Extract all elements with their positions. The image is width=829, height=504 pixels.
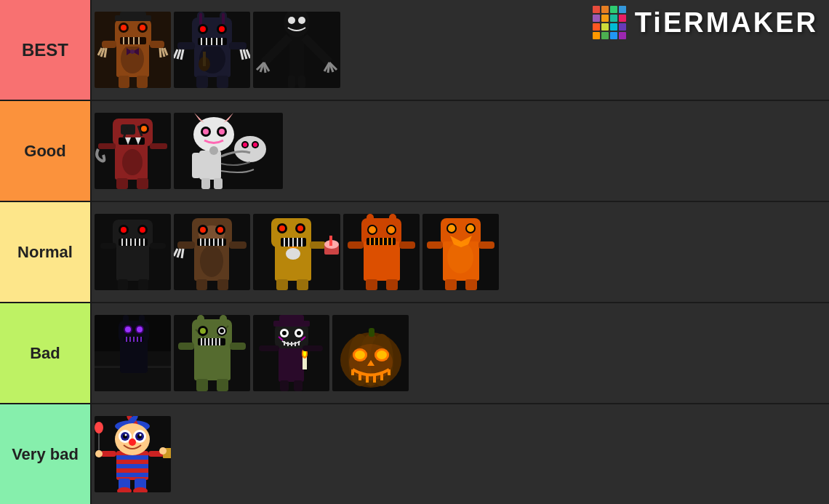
svg-rect-111	[116, 243, 149, 281]
svg-rect-88	[116, 178, 128, 189]
svg-point-130	[200, 245, 223, 277]
list-item	[253, 214, 340, 290]
svg-rect-86	[98, 143, 116, 149]
svg-point-97	[253, 143, 257, 147]
svg-rect-108	[214, 178, 223, 189]
list-item	[422, 214, 499, 290]
svg-rect-105	[199, 151, 221, 180]
tier-content-bad	[92, 303, 829, 403]
svg-rect-127	[138, 279, 148, 290]
svg-rect-55	[217, 76, 228, 88]
tiermaker-title: TiERMAKER	[635, 7, 818, 39]
svg-line-19	[105, 48, 106, 57]
svg-rect-294	[116, 455, 148, 460]
svg-point-315	[95, 422, 103, 433]
tier-label-best: BEST	[0, 0, 92, 100]
svg-point-309	[140, 434, 142, 436]
list-item	[95, 416, 171, 492]
svg-point-162	[279, 225, 285, 231]
svg-rect-245	[196, 379, 208, 391]
svg-point-291	[349, 344, 393, 380]
tier-label-normal: Normal	[0, 202, 92, 302]
list-item	[253, 12, 340, 88]
list-item	[95, 214, 171, 290]
svg-point-95	[243, 143, 247, 147]
svg-rect-225	[194, 343, 231, 380]
svg-rect-16	[150, 41, 164, 48]
svg-point-313	[95, 450, 103, 457]
svg-point-206	[447, 241, 473, 273]
svg-point-116	[140, 227, 145, 233]
svg-point-61	[288, 17, 295, 24]
list-item	[95, 315, 171, 391]
svg-point-164	[297, 225, 303, 231]
svg-rect-89	[137, 178, 148, 189]
svg-rect-80	[121, 124, 135, 135]
tier-row-normal: Normal	[0, 202, 829, 303]
svg-rect-192	[386, 279, 398, 290]
svg-point-39	[219, 26, 225, 32]
tier-row-bad: Bad	[0, 303, 829, 404]
svg-rect-34	[199, 13, 202, 25]
svg-point-199	[448, 225, 455, 232]
svg-rect-46	[177, 42, 195, 49]
svg-point-82	[141, 126, 147, 132]
svg-point-181	[388, 226, 395, 233]
svg-point-217	[137, 327, 143, 332]
list-item	[174, 113, 283, 189]
svg-point-136	[217, 227, 223, 233]
svg-rect-246	[217, 379, 228, 391]
svg-rect-190	[399, 241, 415, 249]
list-item	[95, 12, 171, 88]
svg-point-102	[203, 129, 209, 135]
svg-rect-23	[119, 76, 129, 88]
svg-point-62	[298, 17, 305, 24]
list-item	[253, 315, 329, 391]
list-item	[174, 12, 250, 88]
svg-rect-145	[229, 241, 247, 249]
svg-rect-73	[288, 76, 295, 88]
svg-point-8	[121, 25, 127, 31]
svg-rect-124	[100, 243, 116, 249]
svg-rect-54	[196, 76, 208, 88]
svg-rect-269	[303, 345, 323, 351]
tier-content-good	[92, 101, 829, 201]
tier-label-bad: Bad	[0, 303, 92, 403]
svg-point-38	[200, 26, 206, 32]
tier-content-verybad	[92, 404, 829, 504]
tier-table: BEST	[0, 0, 829, 504]
svg-rect-87	[150, 143, 167, 149]
svg-line-148	[182, 249, 183, 258]
svg-point-171	[286, 248, 300, 260]
svg-rect-107	[201, 178, 210, 189]
svg-point-317	[159, 447, 167, 455]
svg-point-254	[282, 331, 287, 335]
list-item	[174, 315, 250, 391]
tiermaker-header: TiERMAKER	[593, 6, 818, 39]
svg-point-201	[467, 225, 474, 232]
tier-row-good: Good	[0, 101, 829, 202]
list-item	[174, 214, 250, 290]
svg-point-77	[122, 149, 143, 175]
svg-line-22	[160, 48, 161, 57]
svg-point-109	[209, 146, 218, 155]
svg-point-114	[121, 227, 127, 233]
svg-point-310	[129, 439, 136, 446]
svg-rect-202	[427, 241, 443, 249]
svg-point-93	[234, 136, 266, 162]
svg-rect-35	[222, 13, 225, 25]
svg-rect-47	[229, 42, 247, 49]
svg-rect-150	[217, 279, 228, 290]
svg-rect-149	[196, 279, 207, 290]
svg-rect-189	[348, 241, 364, 249]
svg-rect-268	[259, 345, 279, 351]
svg-point-255	[297, 331, 301, 335]
svg-rect-177	[364, 241, 400, 281]
svg-rect-204	[445, 279, 457, 290]
svg-rect-311	[100, 451, 116, 457]
list-item	[343, 214, 420, 290]
svg-rect-244	[230, 343, 246, 350]
tier-row-verybad: Very bad	[0, 404, 829, 504]
svg-rect-74	[298, 76, 305, 88]
svg-rect-144	[177, 241, 195, 249]
